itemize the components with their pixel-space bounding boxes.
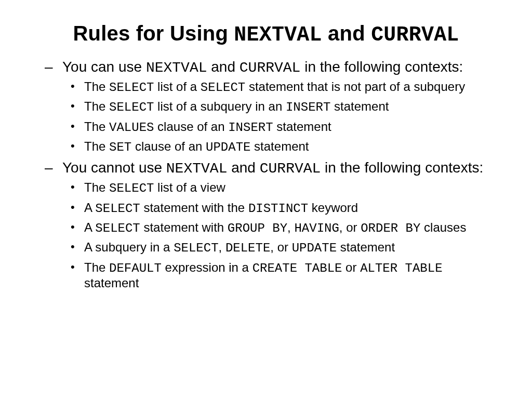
text: or — [342, 260, 360, 274]
lead-code: NEXTVAL — [146, 60, 207, 76]
text: , or — [339, 220, 361, 234]
code: ORDER BY — [361, 221, 420, 235]
text: The — [84, 180, 109, 194]
text: statement that is not part of a subquery — [245, 79, 465, 94]
code: DELETE — [225, 241, 270, 255]
list-item: The SELECT list of a view — [84, 180, 496, 196]
title-code-1: NEXTVAL — [234, 23, 322, 47]
code: HAVING — [294, 221, 339, 235]
text: clause of an — [154, 119, 228, 134]
text: The — [84, 79, 109, 94]
text: A — [84, 220, 95, 234]
text: A — [84, 201, 95, 215]
text: , or — [270, 240, 291, 254]
lead-code: NEXTVAL — [166, 161, 228, 177]
text: statement — [273, 119, 331, 134]
list-item: The SET clause of an UPDATE statement — [84, 139, 496, 155]
text: The — [84, 119, 109, 134]
code: SELECT — [95, 221, 140, 235]
title-code-2: CURRVAL — [371, 23, 459, 47]
text: list of a view — [154, 180, 225, 194]
text: statement — [330, 99, 389, 113]
text: clause of an — [131, 139, 206, 153]
text: expression in a — [162, 260, 252, 274]
code: DEFAULT — [109, 261, 162, 275]
bullet-list-level1: You can use NEXTVAL and CURRVAL in the f… — [26, 58, 506, 290]
bullet-list-level2: The SELECT list of a view A SELECT state… — [62, 180, 496, 290]
text: clauses — [420, 220, 466, 234]
section-can-use: You can use NEXTVAL and CURRVAL in the f… — [62, 58, 496, 155]
code: INSERT — [286, 100, 330, 114]
lead-text: You can use — [62, 59, 146, 75]
text: keyword — [308, 201, 358, 215]
list-item: The SELECT list of a subquery in an INSE… — [84, 99, 496, 115]
text: statement — [337, 240, 395, 254]
code: INSERT — [228, 121, 273, 135]
text: statement — [250, 139, 309, 153]
code: CREATE TABLE — [252, 261, 342, 275]
code: ALTER TABLE — [360, 261, 442, 275]
lead-text: in the following contexts: — [300, 59, 463, 75]
code: UPDATE — [292, 241, 337, 255]
code: DISTINCT — [248, 202, 308, 216]
lead-text: You cannot use — [62, 159, 166, 176]
text: The — [84, 99, 109, 113]
section-cannot-use: You cannot use NEXTVAL and CURRVAL in th… — [62, 159, 496, 290]
code: SELECT — [109, 81, 154, 95]
text: , — [287, 220, 294, 234]
lead-text: in the following contexts: — [321, 159, 483, 176]
lead-code: CURRVAL — [260, 161, 321, 177]
lead-text: and — [227, 159, 259, 176]
lead-code: CURRVAL — [240, 60, 301, 76]
slide-title: Rules for Using NEXTVAL and CURRVAL — [26, 22, 506, 47]
list-item: The SELECT list of a SELECT statement th… — [84, 79, 496, 95]
bullet-list-level2: The SELECT list of a SELECT statement th… — [62, 79, 496, 155]
title-text-2: and — [322, 22, 371, 45]
code: SELECT — [109, 100, 154, 114]
code: SELECT — [201, 81, 245, 95]
title-text-1: Rules for Using — [73, 22, 234, 45]
text: The — [84, 260, 109, 274]
text: The — [84, 139, 109, 153]
text: statement with the — [140, 201, 248, 215]
slide: Rules for Using NEXTVAL and CURRVAL You … — [0, 0, 532, 310]
list-item: A SELECT statement with the DISTINCT key… — [84, 201, 496, 216]
list-item: The VALUES clause of an INSERT statement — [84, 119, 496, 135]
text: statement — [84, 276, 139, 290]
code: SELECT — [95, 202, 140, 216]
lead-text: and — [207, 59, 240, 75]
code: SELECT — [109, 181, 154, 195]
list-item: A SELECT statement with GROUP BY, HAVING… — [84, 220, 496, 236]
text: statement with — [140, 220, 228, 234]
code: VALUES — [109, 121, 154, 135]
code: UPDATE — [206, 140, 250, 154]
list-item: The DEFAULT expression in a CREATE TABLE… — [84, 260, 496, 291]
text: A subquery in a — [84, 240, 174, 254]
list-item: A subquery in a SELECT, DELETE, or UPDAT… — [84, 240, 496, 256]
text: list of a — [154, 79, 200, 94]
text: , — [219, 240, 225, 254]
code: SET — [109, 140, 131, 154]
code: GROUP BY — [228, 221, 287, 235]
code: SELECT — [174, 241, 218, 255]
text: list of a subquery in an — [154, 99, 285, 113]
